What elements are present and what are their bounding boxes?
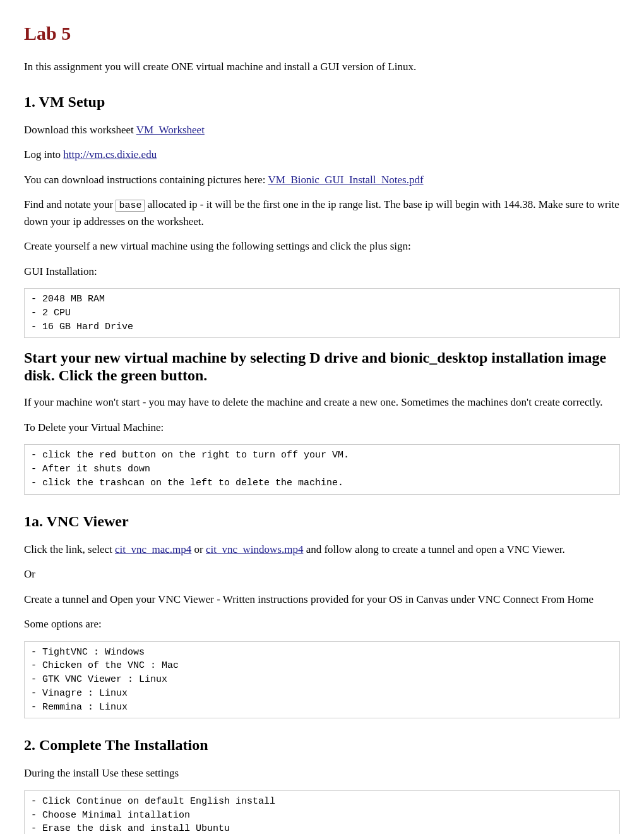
section-heading-vm-setup: 1. VM Setup xyxy=(24,90,620,113)
base-ip-paragraph: Find and notate your base allocated ip -… xyxy=(24,196,620,229)
text: and follow along to create a tunnel and … xyxy=(303,543,564,555)
install-settings-codeblock: - Click Continue on default English inst… xyxy=(24,790,620,834)
or-paragraph: Or xyxy=(24,566,620,583)
options-label: Some options are: xyxy=(24,616,620,632)
wont-start-paragraph: If your machine won't start - you may ha… xyxy=(24,394,620,411)
vnc-mac-link[interactable]: cit_vnc_mac.mp4 xyxy=(115,543,191,555)
start-vm-heading: Start your new virtual machine by select… xyxy=(24,349,620,384)
intro-paragraph: In this assignment you will create ONE v… xyxy=(24,59,620,75)
vnc-options-codeblock: - TightVNC : Windows - Chicken of the VN… xyxy=(24,641,620,719)
vm-worksheet-link[interactable]: VM_Worksheet xyxy=(136,124,205,136)
create-vm-paragraph: Create yourself a new virtual machine us… xyxy=(24,238,620,255)
section-heading-complete-install: 2. Complete The Installation xyxy=(24,734,620,756)
instructions-paragraph: You can download instructions containing… xyxy=(24,172,620,188)
download-worksheet-paragraph: Download this worksheet VM_Worksheet xyxy=(24,122,620,138)
text: Log into xyxy=(24,148,63,160)
vnc-windows-link[interactable]: cit_vnc_windows.mp4 xyxy=(206,543,303,555)
delete-vm-label: To Delete your Virtual Machine: xyxy=(24,420,620,436)
vm-dixie-link[interactable]: http://vm.cs.dixie.edu xyxy=(63,148,157,160)
base-code: base xyxy=(116,200,145,212)
text: Download this worksheet xyxy=(24,124,136,136)
gui-install-label: GUI Installation: xyxy=(24,263,620,280)
text: Click the link, select xyxy=(24,543,115,555)
install-notes-link[interactable]: VM_Bionic_GUI_Install_Notes.pdf xyxy=(268,174,424,186)
vnc-link-paragraph: Click the link, select cit_vnc_mac.mp4 o… xyxy=(24,541,620,558)
text: Find and notate your xyxy=(24,198,116,210)
login-paragraph: Log into http://vm.cs.dixie.edu xyxy=(24,147,620,163)
tunnel-paragraph: Create a tunnel and Open your VNC Viewer… xyxy=(24,591,620,608)
section-heading-vnc: 1a. VNC Viewer xyxy=(24,510,620,533)
vm-specs-codeblock: - 2048 MB RAM - 2 CPU - 16 GB Hard Drive xyxy=(24,288,620,338)
text: You can download instructions containing… xyxy=(24,174,268,186)
delete-vm-codeblock: - click the red button on the right to t… xyxy=(24,444,620,494)
page-title: Lab 5 xyxy=(24,19,620,47)
text: or xyxy=(191,543,206,555)
install-settings-label: During the install Use these settings xyxy=(24,765,620,782)
